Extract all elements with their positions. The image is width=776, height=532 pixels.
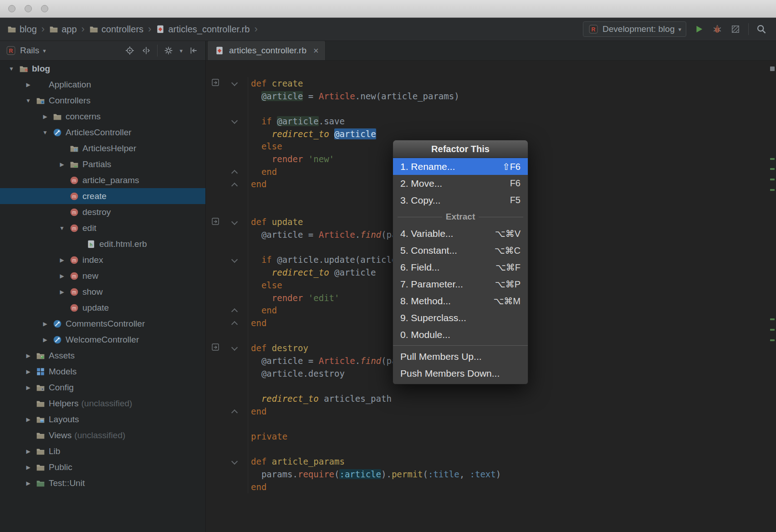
menu-item-7-parameter[interactable]: 7. Parameter...⌥⌘P (393, 276, 528, 292)
editor-gutter[interactable] (206, 380, 248, 393)
menu-item-9-superclass[interactable]: 9. Superclass... (393, 309, 528, 326)
chevron-collapsed-icon[interactable]: ▶ (21, 480, 35, 486)
editor-gutter[interactable] (206, 455, 248, 468)
controller-action-gutter-icon[interactable] (212, 343, 220, 353)
editor-tab-articles-controller[interactable]: articles_controller.rb × (207, 41, 326, 60)
menu-item-1-rename[interactable]: 1. Rename...⇧F6 (393, 158, 528, 175)
editor-gutter[interactable] (206, 216, 248, 229)
tree-item-helpers[interactable]: Helpers(unclassified) (0, 395, 205, 411)
fold-region-end-icon[interactable] (231, 321, 238, 327)
chevron-collapsed-icon[interactable]: ▶ (38, 321, 52, 327)
chevron-collapsed-icon[interactable]: ▶ (38, 337, 52, 343)
project-tree-panel[interactable]: ▼Rblog▶Application▼Controllers▶concerns▼… (0, 61, 206, 532)
close-window-button[interactable] (8, 5, 15, 12)
tree-item-layouts[interactable]: ▶Layouts (0, 411, 205, 427)
tree-item-controllers[interactable]: ▼Controllers (0, 92, 205, 108)
fold-region-start-icon[interactable] (231, 256, 238, 263)
zoom-window-button[interactable] (41, 5, 48, 12)
coverage-button[interactable] (730, 24, 741, 35)
fold-region-start-icon[interactable] (231, 218, 238, 225)
chevron-collapsed-icon[interactable]: ▶ (55, 289, 69, 295)
editor-gutter[interactable] (206, 443, 248, 455)
tree-item-commentscontroller[interactable]: ▶CommentsController (0, 316, 205, 332)
fold-region-start-icon[interactable] (231, 80, 238, 86)
chevron-collapsed-icon[interactable]: ▶ (21, 384, 35, 391)
tree-item-show[interactable]: ▶mshow (0, 284, 205, 300)
editor-gutter[interactable] (206, 90, 248, 102)
editor-gutter[interactable] (206, 241, 248, 254)
chevron-expanded-icon[interactable]: ▼ (55, 225, 69, 231)
menu-item-4-variable[interactable]: 4. Variable...⌥⌘V (393, 225, 528, 242)
fold-region-end-icon[interactable] (231, 170, 238, 176)
tree-item-public[interactable]: ▶Public (0, 459, 205, 475)
tree-item-create[interactable]: mcreate (0, 188, 205, 204)
chevron-collapsed-icon[interactable]: ▶ (55, 273, 69, 279)
fold-region-end-icon[interactable] (231, 409, 238, 416)
chevron-collapsed-icon[interactable]: ▶ (21, 464, 35, 471)
chevron-collapsed-icon[interactable]: ▶ (21, 82, 35, 88)
tree-item-test-unit[interactable]: ▶Test::Unit (0, 475, 205, 491)
run-button[interactable] (694, 24, 705, 35)
scroll-from-source-button[interactable] (124, 45, 135, 56)
tree-item-articlescontroller[interactable]: ▼ArticlesController (0, 124, 205, 140)
editor-gutter[interactable] (206, 165, 248, 178)
editor-gutter[interactable] (206, 140, 248, 153)
editor-gutter[interactable] (206, 392, 248, 405)
menu-item-8-method[interactable]: 8. Method...⌥⌘M (393, 292, 528, 309)
chevron-collapsed-icon[interactable]: ▶ (21, 353, 35, 359)
editor-gutter[interactable] (206, 367, 248, 380)
editor-gutter[interactable] (206, 405, 248, 418)
close-tab-icon[interactable]: × (313, 46, 319, 56)
fold-region-start-icon[interactable] (231, 118, 238, 124)
editor-gutter[interactable] (206, 203, 248, 216)
fold-region-start-icon[interactable] (231, 458, 238, 465)
tree-item-models[interactable]: ▶Models (0, 363, 205, 379)
tree-item-edit-html-erb[interactable]: hedit.html.erb (0, 236, 205, 252)
menu-item-2-move[interactable]: 2. Move...F6 (393, 175, 528, 192)
tree-item-new[interactable]: ▶mnew (0, 268, 205, 284)
tree-item-lib[interactable]: ▶Lib (0, 443, 205, 459)
breadcrumb-item-blog[interactable]: blog (7, 24, 37, 35)
minimize-window-button[interactable] (25, 5, 32, 12)
breadcrumb-item-controllers[interactable]: controllers (89, 24, 143, 35)
menu-item-push-members-down[interactable]: Push Members Down... (393, 365, 528, 382)
editor-gutter[interactable] (206, 190, 248, 203)
hide-panel-button[interactable] (188, 45, 199, 56)
editor-gutter[interactable] (206, 481, 248, 493)
tree-item-views[interactable]: Views(unclassified) (0, 427, 205, 443)
fold-region-end-icon[interactable] (231, 182, 238, 189)
tree-item-articleshelper[interactable]: HArticlesHelper (0, 140, 205, 156)
chevron-collapsed-icon[interactable]: ▶ (55, 161, 69, 168)
tree-item-application[interactable]: ▶Application (0, 77, 205, 92)
editor-gutter[interactable] (206, 329, 248, 342)
editor-gutter[interactable] (206, 228, 248, 241)
tree-item-blog[interactable]: ▼Rblog (0, 61, 205, 77)
tree-item-article-params[interactable]: marticle_params (0, 172, 205, 188)
editor-gutter[interactable] (206, 115, 248, 128)
editor-gutter[interactable] (206, 342, 248, 354)
editor-gutter[interactable] (206, 468, 248, 481)
toolwindow-title[interactable]: Rails (20, 46, 39, 56)
editor-gutter[interactable] (206, 77, 248, 90)
chevron-expanded-icon[interactable]: ▼ (21, 97, 35, 104)
editor-gutter[interactable] (206, 292, 248, 304)
editor-gutter[interactable] (206, 128, 248, 140)
tree-item-edit[interactable]: ▼medit (0, 220, 205, 236)
editor-gutter[interactable] (206, 254, 248, 266)
chevron-collapsed-icon[interactable]: ▶ (21, 368, 35, 375)
tree-item-destroy[interactable]: mdestroy (0, 204, 205, 220)
fold-region-start-icon[interactable] (231, 344, 238, 351)
breadcrumb-item-app[interactable]: app (49, 24, 77, 35)
menu-item-0-module[interactable]: 0. Module... (393, 326, 528, 343)
controller-action-gutter-icon[interactable] (212, 218, 220, 227)
fold-region-end-icon[interactable] (231, 308, 238, 315)
editor-gutter[interactable] (206, 178, 248, 191)
editor-gutter[interactable] (206, 266, 248, 279)
chevron-collapsed-icon[interactable]: ▶ (21, 448, 35, 455)
tree-item-update[interactable]: mupdate (0, 300, 205, 316)
controller-action-gutter-icon[interactable] (212, 79, 220, 88)
menu-item-3-copy[interactable]: 3. Copy...F5 (393, 192, 528, 209)
collapse-all-button[interactable] (141, 45, 152, 56)
menu-item-pull-members-up[interactable]: Pull Members Up... (393, 348, 528, 365)
tree-item-partials[interactable]: ▶Partials (0, 156, 205, 172)
